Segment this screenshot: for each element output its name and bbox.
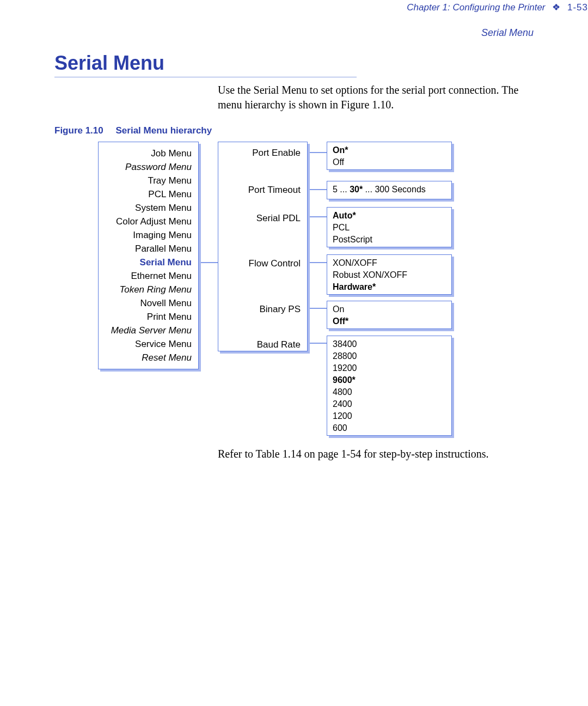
menu-item: Imaging Menu [105,228,192,242]
value-option: 28800 [333,350,446,362]
menu-item: Password Menu [105,160,192,174]
value-option: 19200 [333,362,446,374]
settings-box: Port EnablePort TimeoutSerial PDLFlow Co… [218,142,308,351]
menu-item: Tray Menu [105,174,192,187]
value-option: Off* [333,315,446,327]
value-option: 600 [333,422,446,434]
menu-item: Color Adjust Menu [105,215,192,228]
value-option: Hardware* [333,281,446,293]
value-option: 38400 [333,338,446,350]
value-option: Auto* [333,210,446,222]
value-option: Off [333,156,446,168]
values-box: XON/XOFFRobust XON/XOFFHardware* [327,254,452,295]
menu-item: Token Ring Menu [105,283,192,296]
intro-paragraph: Use the Serial Menu to set options for t… [218,83,534,112]
values-box: OnOff* [327,301,452,329]
running-header: Serial Menu [481,27,534,39]
value-option: 9600* [333,374,446,386]
value-option: PCL [333,222,446,234]
page: Serial Menu Serial Menu Use the Serial M… [54,27,534,77]
value-option: On* [333,144,446,156]
setting-label: Baud Rate [257,339,301,350]
menu-item: Service Menu [105,337,192,351]
values-box: 3840028800192009600*480024001200600 [327,336,452,436]
value-option: PostScript [333,234,446,246]
value-option: 1200 [333,410,446,422]
menu-item: Print Menu [105,310,192,324]
menu-item: Media Server Menu [105,324,192,337]
setting-label: Flow Control [249,258,301,269]
value-option: 5 ... 30* ... 300 Seconds [333,184,446,196]
figure-number: Figure 1.10 [54,125,103,136]
menu-item: PCL Menu [105,187,192,201]
figure-caption: Figure 1.10 Serial Menu hierarchy [54,125,212,136]
values-box: 5 ... 30* ... 300 Seconds [327,181,452,199]
value-option: On [333,303,446,315]
menu-item: Novell Menu [105,296,192,310]
top-menus-box: Job MenuPassword MenuTray MenuPCL MenuSy… [98,142,199,369]
menu-item: System Menu [105,201,192,215]
value-option: XON/XOFF [333,257,446,269]
setting-label: Serial PDL [256,213,301,224]
page-footer: Chapter 1: Configuring the Printer ❖ 1-5… [109,0,588,13]
values-box: On*Off [327,142,452,170]
value-option: 2400 [333,398,446,410]
outro-paragraph: Refer to Table 1.14 on page 1-54 for ste… [218,447,534,461]
setting-label: Port Enable [252,148,301,159]
page-title: Serial Menu [54,52,357,77]
setting-label: Binary PS [259,304,301,315]
value-option: 4800 [333,386,446,398]
menu-item: Serial Menu [105,255,192,269]
footer-page-number: 1-53 [567,2,588,13]
footer-bullet-icon: ❖ [552,2,560,13]
footer-chapter: Chapter 1: Configuring the Printer [407,2,545,13]
value-option: Robust XON/XOFF [333,269,446,281]
menu-hierarchy-diagram: Job MenuPassword MenuTray MenuPCL MenuSy… [98,142,512,439]
setting-label: Port Timeout [248,185,301,196]
values-box: Auto*PCLPostScript [327,207,452,247]
figure-title: Serial Menu hierarchy [116,125,212,136]
menu-item: Parallel Menu [105,242,192,255]
menu-item: Reset Menu [105,351,192,364]
menu-item: Job Menu [105,147,192,160]
menu-item: Ethernet Menu [105,269,192,283]
